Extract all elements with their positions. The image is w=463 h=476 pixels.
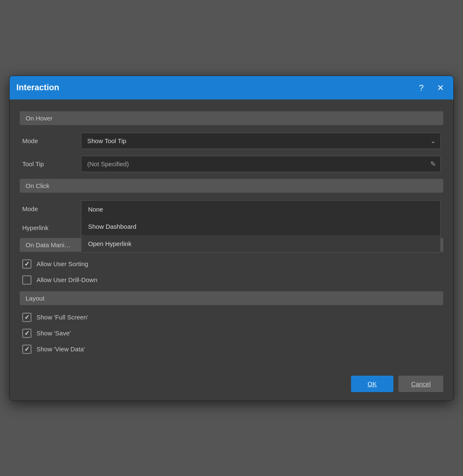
show-view-data-checkbox[interactable] (22, 345, 31, 354)
on-click-mode-row: Mode Open Hyperlink ⌄ None Show Dashboar… (20, 200, 443, 217)
layout-section-header: Layout (20, 291, 443, 305)
allow-user-drilldown-label: Allow User Drill-Down (36, 276, 97, 283)
tooltip-control: (Not Specified) ✎ (81, 156, 441, 172)
on-hover-mode-control: Show Tool Tip ⌄ (81, 133, 441, 149)
ok-button[interactable]: OK (351, 376, 394, 392)
tooltip-label: Tool Tip (22, 160, 81, 167)
interaction-dialog: Interaction ? ✕ On Hover Mode Show Tool … (9, 76, 454, 401)
on-hover-mode-row: Mode Show Tool Tip ⌄ (20, 133, 443, 149)
dialog-footer: OK Cancel (10, 371, 453, 400)
on-click-section-header: On Click (20, 179, 443, 193)
dropdown-option-none[interactable]: None (81, 201, 440, 218)
show-full-screen-label: Show 'Full Screen' (36, 314, 88, 321)
help-button[interactable]: ? (416, 82, 426, 94)
show-full-screen-row: Show 'Full Screen' (20, 313, 443, 322)
dialog-body: On Hover Mode Show Tool Tip ⌄ Tool Tip (… (10, 99, 453, 371)
on-click-mode-control: Open Hyperlink ⌄ None Show Dashboard Ope… (81, 200, 441, 217)
on-click-mode-label: Mode (22, 205, 81, 212)
dialog-titlebar: Interaction ? ✕ (10, 76, 453, 99)
close-button[interactable]: ✕ (434, 82, 447, 94)
cancel-button[interactable]: Cancel (398, 376, 443, 392)
dialog-title: Interaction (16, 83, 59, 92)
show-save-checkbox[interactable] (22, 329, 31, 338)
dropdown-option-open-hyperlink[interactable]: Open Hyperlink (81, 235, 440, 252)
show-save-label: Show 'Save' (36, 330, 71, 337)
tooltip-row: Tool Tip (Not Specified) ✎ (20, 156, 443, 172)
on-hover-mode-label: Mode (22, 137, 81, 144)
tooltip-input[interactable]: (Not Specified) (81, 156, 441, 172)
on-click-dropdown-list: None Show Dashboard Open Hyperlink (81, 200, 441, 253)
allow-user-sorting-label: Allow User Sorting (36, 260, 88, 267)
allow-user-sorting-checkbox[interactable] (22, 259, 31, 269)
show-full-screen-checkbox[interactable] (22, 313, 31, 322)
allow-user-sorting-row: Allow User Sorting (20, 259, 443, 269)
show-save-row: Show 'Save' (20, 329, 443, 338)
on-hover-section-header: On Hover (20, 111, 443, 125)
edit-icon[interactable]: ✎ (430, 160, 436, 168)
show-view-data-label: Show 'View Data' (36, 345, 85, 353)
on-hover-mode-value: Show Tool Tip (87, 137, 126, 144)
dropdown-option-show-dashboard[interactable]: Show Dashboard (81, 218, 440, 235)
allow-user-drilldown-row: Allow User Drill-Down (20, 275, 443, 285)
allow-user-drilldown-checkbox[interactable] (22, 275, 31, 285)
tooltip-value: (Not Specified) (87, 160, 129, 167)
on-hover-mode-select[interactable]: Show Tool Tip (81, 133, 441, 149)
titlebar-actions: ? ✕ (416, 82, 447, 94)
show-view-data-row: Show 'View Data' (20, 345, 443, 354)
hyperlink-label: Hyperlink (22, 224, 81, 231)
